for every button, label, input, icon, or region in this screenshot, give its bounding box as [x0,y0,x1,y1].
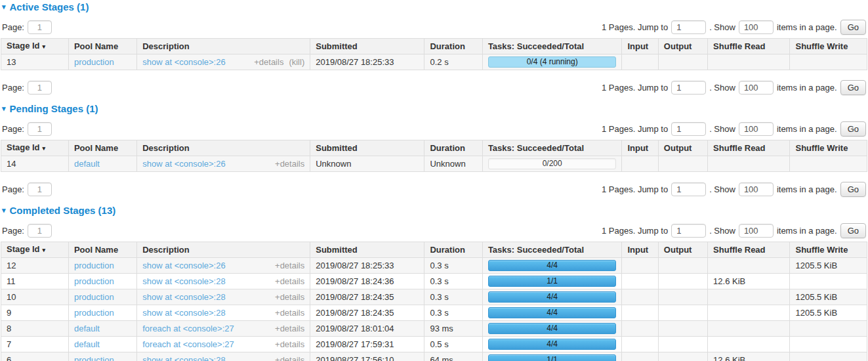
jump-to-input[interactable] [671,20,706,34]
pool-name-link[interactable]: production [74,355,114,361]
column-header-description[interactable]: Description [137,39,310,54]
description-link[interactable]: show at <console>:28 [142,355,270,361]
details-link[interactable]: +details [275,159,304,169]
column-header-stage-id[interactable]: Stage Id▾ [1,39,69,54]
pool-name-link[interactable]: production [74,57,114,67]
go-button[interactable]: Go [840,80,866,95]
details-link[interactable]: +details [254,57,283,67]
input-cell [622,54,658,70]
column-header-output[interactable]: Output [658,242,707,258]
details-link[interactable]: +details [275,292,304,302]
go-button[interactable]: Go [840,121,866,137]
column-header-duration[interactable]: Duration [424,242,482,258]
pool-name-link[interactable]: default [74,159,100,169]
column-header-submitted[interactable]: Submitted [310,39,424,54]
go-button[interactable]: Go [840,20,866,35]
output-cell [658,258,707,274]
column-header-input[interactable]: Input [622,39,658,54]
column-header-duration[interactable]: Duration [424,140,482,156]
column-header-label: Description [142,41,190,51]
section-title[interactable]: ▾ Active Stages (1) [2,1,866,12]
column-header-shuffle-write[interactable]: Shuffle Write [790,39,867,54]
description-cell: foreach at <console>:27+details [137,321,310,337]
shuffle-read-cell [708,289,790,305]
column-header-pool-name[interactable]: Pool Name [68,39,136,54]
column-header-input[interactable]: Input [622,140,658,156]
pool-name-link[interactable]: production [74,308,114,318]
details-link[interactable]: +details [275,324,304,333]
page-input[interactable] [28,81,52,95]
description-link[interactable]: show at <console>:28 [142,308,270,318]
pool-name-link[interactable]: production [74,261,114,270]
pool-name-link[interactable]: default [74,339,100,349]
pool-name-cell: production [68,289,136,305]
kill-link[interactable]: (kill) [289,57,304,67]
show-count-input[interactable] [739,224,774,238]
column-header-shuffle-write[interactable]: Shuffle Write [790,140,867,156]
column-header-pool-name[interactable]: Pool Name [68,242,136,258]
column-header-label: Tasks: Succeeded/Total [488,41,584,51]
details-link[interactable]: +details [275,261,304,270]
column-header-label: Shuffle Write [795,245,848,255]
go-button[interactable]: Go [840,223,866,238]
page-input[interactable] [28,20,52,34]
column-header-stage-id[interactable]: Stage Id▾ [1,140,69,156]
column-header-submitted[interactable]: Submitted [310,242,424,258]
go-button[interactable]: Go [840,182,866,197]
tasks-cell: 4/4 [482,305,622,321]
show-count-input[interactable] [739,81,774,95]
pool-name-link[interactable]: default [74,324,100,333]
show-count-input[interactable] [739,122,774,136]
column-header-shuffle-write[interactable]: Shuffle Write [790,242,867,258]
jump-to-input[interactable] [671,122,706,136]
details-link[interactable]: +details [275,355,304,361]
jump-to-input[interactable] [671,182,706,196]
show-count-input[interactable] [739,20,774,34]
column-header-duration[interactable]: Duration [424,39,482,54]
column-header-shuffle-read[interactable]: Shuffle Read [708,140,790,156]
description-link[interactable]: show at <console>:26 [142,57,249,67]
table-row: 8defaultforeach at <console>:27+details2… [1,321,867,337]
column-header-stage-id[interactable]: Stage Id▾ [1,242,69,258]
section-title-text: Pending Stages (1) [10,103,98,114]
details-link[interactable]: +details [275,339,304,349]
stages-page: ▾ Active Stages (1) Page: 1 Pages. Jump … [1,1,867,361]
column-header-pool-name[interactable]: Pool Name [68,140,136,156]
tasks-progress-label: 4/4 [547,261,558,270]
description-link[interactable]: foreach at <console>:27 [142,324,270,333]
column-header-label: Input [627,143,648,153]
details-link[interactable]: +details [275,308,304,318]
details-link[interactable]: +details [275,276,304,286]
description-link[interactable]: show at <console>:28 [142,292,270,302]
column-header-shuffle-read[interactable]: Shuffle Read [708,39,790,54]
jump-to-input[interactable] [671,81,706,95]
jump-to-input[interactable] [671,224,706,238]
column-header-submitted[interactable]: Submitted [310,140,424,156]
pool-name-link[interactable]: production [74,276,114,286]
column-header-description[interactable]: Description [137,140,310,156]
show-count-input[interactable] [739,182,774,196]
column-header-output[interactable]: Output [658,39,707,54]
page-input[interactable] [28,182,52,196]
stage-section: ▾ Active Stages (1) Page: 1 Pages. Jump … [1,1,867,95]
page-input[interactable] [28,224,52,238]
column-header-shuffle-read[interactable]: Shuffle Read [708,242,790,258]
shuffle-read-cell [708,305,790,321]
description-link[interactable]: foreach at <console>:27 [142,339,270,349]
tasks-progress-label: 4/4 [547,292,558,302]
column-header-description[interactable]: Description [137,242,310,258]
section-title[interactable]: ▾ Pending Stages (1) [2,103,866,114]
page-input[interactable] [28,122,52,136]
section-title[interactable]: ▾ Completed Stages (13) [2,205,866,216]
column-header-input[interactable]: Input [622,242,658,258]
submitted-cell: 2019/08/27 18:25:33 [310,258,424,274]
description-link[interactable]: show at <console>:28 [142,276,270,286]
column-header-output[interactable]: Output [658,140,707,156]
column-header-tasks-succeeded-total[interactable]: Tasks: Succeeded/Total [482,140,622,156]
tasks-cell: 4/4 [482,337,622,352]
column-header-tasks-succeeded-total[interactable]: Tasks: Succeeded/Total [482,39,622,54]
column-header-tasks-succeeded-total[interactable]: Tasks: Succeeded/Total [482,242,622,258]
description-link[interactable]: show at <console>:26 [142,159,270,169]
description-link[interactable]: show at <console>:26 [142,261,270,270]
pool-name-link[interactable]: production [74,292,114,302]
